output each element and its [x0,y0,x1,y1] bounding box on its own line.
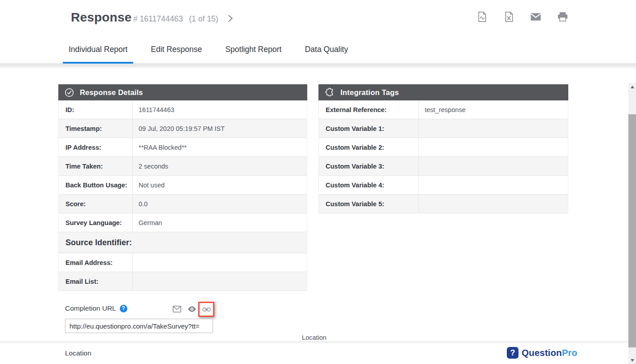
tab-individual-report[interactable]: Individual Report [63,36,133,63]
triangle-up-icon [631,86,634,88]
brand-primary: Question [522,347,562,358]
row-label: Email Address: [59,253,133,272]
row-label: Custom Variable 2: [319,138,419,156]
table-row: External Reference: test_response [318,100,568,119]
help-icon[interactable]: ? [120,305,127,312]
triangle-down-icon [631,359,634,362]
completion-url-row: Completion URL ? [65,304,127,312]
tab-spotlight-report[interactable]: Spotlight Report [219,36,288,63]
tab-data-quality[interactable]: Data Quality [299,36,354,63]
row-value: test_response [419,100,568,119]
scroll-down-button[interactable] [628,356,636,364]
table-row: Custom Variable 2: [318,138,568,157]
table-row: IP Address: **RAA Blocked** [58,138,307,157]
print-icon[interactable] [558,12,568,22]
row-value: 09 Jul, 2020 05:19:57 PM IST [133,119,307,138]
brand-secondary: Pro [562,347,577,358]
tabbar-shadow [0,64,636,69]
page-title: Response [71,10,131,25]
integration-tags-table: Integration Tags External Reference: tes… [318,84,568,213]
row-value: 2 seconds [133,157,307,175]
table-row: Email Address: [58,253,307,272]
table-row: Email List: [58,272,307,291]
completion-url-input[interactable] [65,319,213,333]
questionpro-logo-text: QuestionPro [522,347,577,358]
source-identifier-section-row: Source Identifier: [58,232,307,253]
response-meta: # 1611744463 (1 of 15) [133,14,218,24]
row-value: 1611744463 [133,100,307,119]
row-label: Score: [59,195,133,213]
row-label: Timestamp: [59,119,133,138]
link-icon [202,307,211,312]
row-label: Back Button Usage: [59,176,133,194]
row-value [419,195,568,213]
tab-edit-response[interactable]: Edit Response [145,36,208,63]
table-row: ID: 1611744463 [58,100,307,119]
completion-url-label: Completion URL [65,304,116,312]
table-row: Back Button Usage: Not used [58,176,307,195]
row-label: IP Address: [59,138,133,156]
section-divider [0,342,628,342]
row-value: **RAA Blocked** [133,138,307,156]
row-label: External Reference: [319,100,419,119]
table-row: Timestamp: 09 Jul, 2020 05:19:57 PM IST [58,119,307,138]
check-circle-icon [65,88,74,97]
email-icon[interactable] [531,12,541,22]
row-value [419,119,568,138]
row-value [419,176,568,194]
excel-export-icon[interactable] [504,12,514,22]
table-row: Custom Variable 3: [318,157,568,176]
report-tabbar: Individual Report Edit Response Spotligh… [0,36,636,64]
row-label: Survey Language: [59,213,133,232]
row-value: German [133,213,307,232]
response-page: Response # 1611744463 (1 of 15) [0,0,636,364]
table-row: Time Taken: 2 seconds [58,157,307,176]
scrollbar-thumb[interactable] [628,114,636,347]
row-value [133,272,307,290]
puzzle-icon [325,87,335,97]
row-label: Email List: [59,272,133,290]
row-value [133,253,307,272]
location-section-heading: Location [65,349,91,357]
row-value: Not used [133,176,307,194]
table-row: Custom Variable 5: [318,195,568,213]
vertical-scrollbar[interactable] [628,83,636,364]
table-row: Survey Language: German [58,213,307,232]
export-actions [477,12,568,22]
chevron-right-icon [225,13,235,23]
response-details-title: Response Details [80,88,143,97]
table-row: Score: 0.0 [58,195,307,213]
scroll-up-button[interactable] [628,83,636,91]
row-label: Custom Variable 4: [319,176,419,194]
next-response-button[interactable] [225,13,235,23]
row-label: ID: [59,100,133,119]
copy-link-icon-highlighted[interactable] [198,302,214,317]
response-position: (1 of 15) [189,14,218,23]
row-label: Time Taken: [59,157,133,175]
response-id: # 1611744463 [133,14,183,23]
row-label: Custom Variable 5: [319,195,419,213]
integration-tags-header: Integration Tags [318,84,568,100]
response-details-table: Response Details ID: 1611744463 Timestam… [58,84,307,291]
row-value [419,138,568,156]
questionpro-logo-icon: ? [507,347,518,359]
pdf-export-icon[interactable] [477,12,487,22]
response-details-header: Response Details [58,84,307,100]
questionpro-logo[interactable]: ? QuestionPro [507,347,577,359]
row-label: Custom Variable 3: [319,157,419,175]
integration-tags-title: Integration Tags [340,88,399,97]
preview-url-eye-icon[interactable] [187,306,196,314]
location-caption: Location [0,334,628,341]
send-url-email-icon[interactable] [173,306,181,314]
row-value [419,157,568,175]
table-row: Custom Variable 1: [318,119,568,138]
top-header-bar: Response # 1611744463 (1 of 15) [0,0,636,36]
row-label: Custom Variable 1: [319,119,419,138]
table-row: Custom Variable 4: [318,176,568,195]
row-value: 0.0 [133,195,307,213]
